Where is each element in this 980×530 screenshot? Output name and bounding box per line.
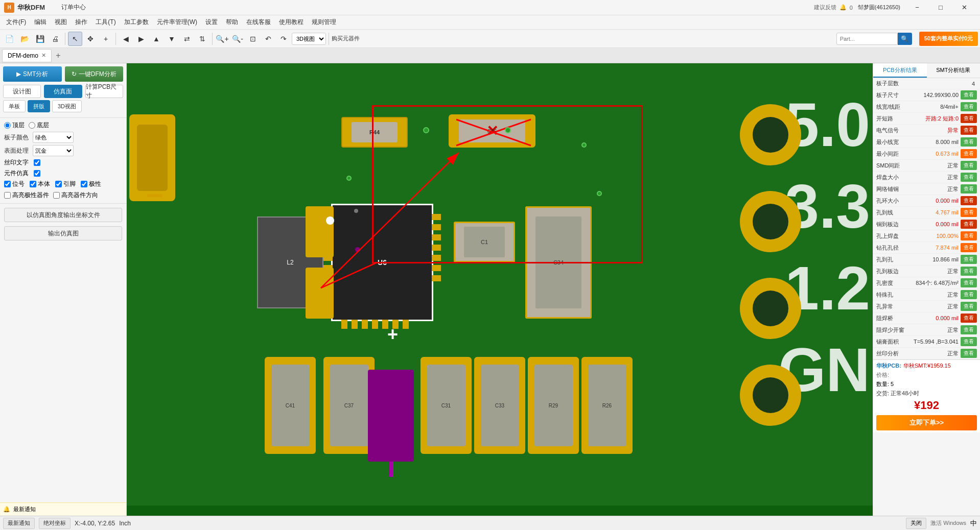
save-button[interactable]: 💾 [33, 32, 47, 46]
check-btn-18[interactable]: 查看 [961, 290, 977, 299]
check-btn-7[interactable]: 查看 [961, 161, 977, 170]
c37-component[interactable]: C37 [323, 357, 375, 454]
move-button[interactable]: ✥ [83, 32, 98, 46]
zoom-plus-button[interactable]: 🔍+ [215, 32, 229, 46]
check-btn-9[interactable]: 查看 [961, 184, 977, 194]
sim-tab[interactable]: 仿真面 [44, 85, 82, 98]
c34-component[interactable]: C34 [525, 206, 592, 319]
menu-item-W[interactable]: 元件率管理(W) [153, 15, 201, 30]
menu-item-[interactable]: 加工参数 [120, 15, 153, 30]
promo-button[interactable]: 50套内整单实付0元 [919, 32, 978, 46]
select-button[interactable]: ↖ [68, 32, 82, 46]
minimize-button[interactable]: − [905, 0, 929, 15]
output-sim-button[interactable]: 输出仿真图 [4, 226, 122, 240]
design-tab[interactable]: 设计图 [3, 85, 41, 98]
menu-item-[interactable]: 在线客服 [242, 15, 275, 30]
tab-close-icon[interactable]: ✕ [41, 52, 46, 59]
abs-coord-button[interactable]: 绝对坐标 [39, 518, 71, 529]
check-btn-6[interactable]: 查看 [961, 149, 977, 158]
bottom-layer-radio[interactable]: 底层 [29, 121, 49, 130]
panel-view-tab[interactable]: 拼版 [28, 100, 50, 112]
maximize-button[interactable]: □ [929, 0, 952, 15]
surface-select[interactable]: 沉金 [33, 145, 74, 156]
check-btn-10[interactable]: 查看 [961, 196, 977, 205]
flip-v-button[interactable]: ⇅ [195, 32, 209, 46]
dfm-analysis-button[interactable]: ↻ 一键DFM分析 [65, 66, 124, 82]
menu-item-T[interactable]: 工具(T) [91, 15, 120, 30]
r29-component[interactable]: R29 [528, 357, 579, 454]
check-btn-1[interactable]: 查看 [961, 90, 977, 100]
polarity-check[interactable]: 极性 [81, 180, 101, 188]
redo-button[interactable]: ↷ [276, 32, 291, 46]
close-status-button[interactable]: 关闭 [906, 518, 926, 529]
pcb-canvas-area[interactable]: 5.0 3.3 1.2 GN R44 [127, 63, 873, 516]
r44-component[interactable]: R44 [341, 117, 408, 148]
check-btn-19[interactable]: 查看 [961, 302, 977, 311]
check-btn-12[interactable]: 查看 [961, 220, 977, 229]
check-btn-21[interactable]: 查看 [961, 325, 977, 334]
single-view-tab[interactable]: 单板 [3, 100, 26, 112]
c1-component[interactable]: C1 [454, 222, 515, 262]
search-button[interactable]: 🔍 [898, 33, 912, 45]
smt-analysis-button[interactable]: ▶ SMT分析 [3, 66, 62, 82]
flip-h-button[interactable]: ⇄ [180, 32, 194, 46]
board-color-select[interactable]: 绿色 [33, 132, 74, 143]
check-btn-22[interactable]: 查看 [961, 337, 977, 346]
pin-check[interactable]: 引脚 [55, 180, 76, 188]
u6-component[interactable]: U6 [331, 204, 433, 321]
check-btn-5[interactable]: 查看 [961, 137, 977, 147]
notification-button[interactable]: 最新通知 [3, 518, 35, 529]
smt-results-tab[interactable]: SMT分析结果 [927, 63, 981, 78]
arrow-up-button[interactable]: ▲ [149, 32, 164, 46]
menu-item-[interactable]: 帮助 [222, 15, 242, 30]
highlight-dir-check[interactable]: 高亮器件方向 [53, 191, 98, 200]
notification-label[interactable]: 最新通知 [13, 505, 36, 513]
search-input[interactable] [836, 33, 898, 45]
menu-item-[interactable]: 设置 [201, 15, 222, 30]
view-mode-select[interactable]: 3D视图 [292, 33, 326, 45]
arrow-right-button[interactable]: ▶ [134, 32, 148, 46]
check-btn-13[interactable]: 查看 [961, 231, 977, 240]
pcb-results-tab[interactable]: PCB分析结果 [873, 63, 927, 78]
check-btn-11[interactable]: 查看 [961, 208, 977, 217]
open-button[interactable]: 📂 [17, 32, 32, 46]
fit-button[interactable]: ⊡ [246, 32, 260, 46]
page-tab-dfm[interactable]: DFM-demo ✕ [2, 49, 52, 62]
menu-item-[interactable]: 操作 [71, 15, 91, 30]
3d-view-tab[interactable]: 3D视图 [52, 100, 82, 112]
menu-item-[interactable]: 视图 [51, 15, 71, 30]
feedback-label[interactable]: 建议反馈 [814, 4, 836, 11]
arrow-left-button[interactable]: ◀ [119, 32, 133, 46]
undo-button[interactable]: ↶ [261, 32, 275, 46]
order-center-tab[interactable]: 订单中心 [55, 0, 92, 15]
arrow-down-button[interactable]: ▼ [165, 32, 179, 46]
c33-component[interactable]: C33 [474, 357, 525, 454]
check-btn-14[interactable]: 查看 [961, 243, 977, 252]
c45-component[interactable]: ✕ C45 [449, 114, 535, 148]
r26-component[interactable]: R26 [581, 357, 633, 454]
component-sim-checkbox[interactable] [34, 170, 40, 177]
new-button[interactable]: 📄 [2, 32, 16, 46]
check-btn-2[interactable]: 查看 [961, 102, 977, 111]
top-layer-radio[interactable]: 顶层 [4, 121, 25, 130]
silk-checkbox[interactable] [34, 159, 40, 166]
c41-component[interactable]: C41 [265, 357, 316, 454]
menu-item-F[interactable]: 文件(F) [2, 15, 30, 30]
zoom-in-button[interactable]: + [99, 32, 113, 46]
menu-item-[interactable]: 编辑 [30, 15, 51, 30]
body-check[interactable]: 本体 [30, 180, 50, 188]
close-button[interactable]: ✕ [952, 0, 976, 15]
print-button[interactable]: 🖨 [48, 32, 62, 46]
c31-component[interactable]: C31 [421, 357, 472, 454]
position-check[interactable]: 位号 [4, 180, 25, 188]
check-btn-15[interactable]: 查看 [961, 255, 977, 264]
check-btn-16[interactable]: 查看 [961, 267, 977, 276]
check-btn-3[interactable]: 查看 [961, 114, 977, 123]
check-btn-17[interactable]: 查看 [961, 278, 977, 287]
check-btn-23[interactable]: 查看 [961, 349, 977, 358]
calc-tab[interactable]: 计算PCB尺寸 [85, 85, 123, 98]
menu-item-[interactable]: 规则管理 [308, 15, 340, 30]
export-coords-button[interactable]: 以仿真图角度输出坐标文件 [4, 208, 122, 222]
check-btn-4[interactable]: 查看 [961, 126, 977, 135]
order-button[interactable]: 立即下单>> [876, 415, 977, 430]
